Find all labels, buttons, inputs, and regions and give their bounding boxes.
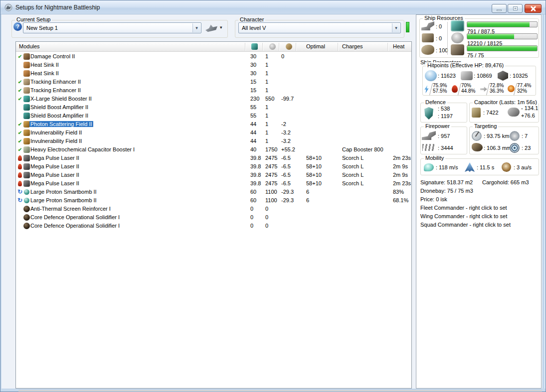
cpu-value: 39.8 [250, 163, 261, 169]
hitpoints-label: Hitpoints (Effective HP: 89,476) [426, 62, 505, 68]
no-status-icon [17, 214, 23, 221]
thermal-armor-resist: 44.8% [461, 88, 475, 94]
overheat-icon [18, 181, 22, 186]
check-icon [17, 53, 23, 60]
module-name: Anti-Thermal Screen Reinforcer I [30, 206, 111, 212]
em-resist: 75.9% 57.5% [423, 83, 451, 95]
module-row[interactable]: Shield Boost Amplifier II551 [16, 112, 411, 120]
structure-hp-icon [498, 71, 508, 81]
module-row[interactable]: Core Defence Operational Solidifier I00 [16, 222, 411, 230]
module-row[interactable]: Anti-Thermal Screen Reinforcer I00 [16, 205, 411, 213]
module-row[interactable]: Tracking Enhancer II151 [16, 78, 411, 86]
module-row[interactable]: Large Proton Smartbomb II601100-29.3668.… [16, 196, 411, 205]
chevron-down-icon [220, 25, 222, 30]
module-row[interactable]: Large Proton Smartbomb II601100-29.3683% [16, 188, 411, 196]
powergrid-value: 1100 [265, 197, 277, 203]
launcher-hardpoints-icon [422, 33, 434, 42]
chevron-down-icon[interactable] [392, 23, 400, 32]
capacitor-label: Capacitor (Lasts: 1m 56s) [473, 99, 539, 105]
em-shield-resist: 75.9% [433, 83, 447, 88]
module-row[interactable]: Photon Scattering Field II441-2 [16, 120, 411, 129]
module-row[interactable]: Mega Pulse Laser II39.82475-6.558+10Scor… [16, 171, 411, 179]
current-setup-select[interactable]: New Setup 1 [23, 22, 201, 33]
module-row[interactable]: Tracking Enhancer II151 [16, 86, 411, 95]
powergrid-value: 1 [265, 130, 268, 135]
turret-hardpoints-value: : 0 [436, 23, 442, 29]
no-status-icon [17, 113, 23, 119]
module-name: Mega Pulse Laser II [30, 180, 79, 186]
capacitor-amount-value: : 7422 [483, 110, 499, 116]
fleet-commander-line[interactable]: Fleet Commander - right click to set [420, 205, 539, 213]
check-icon [17, 96, 23, 102]
cpu-value: 15 [250, 87, 256, 93]
mobility-group: Mobility : 118 m/s : 11.5 s : 3 au/s [420, 158, 539, 175]
capacitor-recharge-value: +76.6 [521, 113, 535, 119]
cpu-value: 60 [250, 189, 256, 195]
app-icon [4, 3, 12, 11]
cpu-value: 230 [250, 96, 259, 102]
help-icon[interactable] [13, 22, 22, 31]
minimize-button[interactable] [492, 4, 507, 13]
warp-speed-icon [502, 162, 511, 172]
cpu-value: 0 [250, 223, 253, 229]
column-optimal: Optimal [306, 43, 325, 49]
module-name: Tracking Enhancer II [30, 87, 81, 93]
module-row[interactable]: Heavy Electrochemical Capacitor Booster … [16, 145, 411, 154]
targeting-range-value: : 93.75 km [484, 133, 509, 139]
charges-value: Cap Booster 800 [342, 146, 383, 152]
chevron-down-icon[interactable] [192, 23, 200, 32]
module-name: Invulnerability Field II [30, 138, 82, 144]
cap-use-value: -6.5 [281, 155, 291, 161]
targeting-label: Targeting [473, 123, 498, 129]
align-time-value: : 11.5 s [477, 164, 494, 170]
close-button[interactable] [525, 4, 542, 13]
smartbomb-icon [24, 198, 29, 203]
cpu-value: 0 [250, 214, 253, 220]
heat-value: 68.1% [393, 197, 408, 203]
window-frame-right [543, 14, 546, 392]
ship-browser-button[interactable] [204, 22, 226, 34]
module-row[interactable]: X-Large Shield Booster II230550-99.7 [16, 95, 411, 103]
cap-use-value: 0 [281, 53, 284, 59]
module-row[interactable]: Mega Pulse Laser II39.82475-6.558+10Scor… [16, 154, 411, 162]
module-row[interactable]: Shield Boost Amplifier II551 [16, 103, 411, 112]
cap-use-value: -3.2 [281, 138, 291, 144]
character-select[interactable]: All level V [238, 22, 401, 33]
module-name: Large Proton Smartbomb II [30, 189, 97, 195]
module-row[interactable]: Damage Control II3010 [16, 52, 411, 61]
cap-booster-icon [23, 146, 30, 153]
price-value: Price: 0 isk [420, 196, 539, 205]
drone-usage-value: 75 / 75 [467, 52, 484, 58]
targeting-range-icon [472, 131, 482, 141]
module-name: Photon Scattering Field II [29, 121, 93, 127]
module-rows: Damage Control II3010Heat Sink II301Heat… [16, 52, 411, 388]
module-row[interactable]: Heat Sink II301 [16, 69, 411, 78]
powergrid-value: 0 [265, 214, 268, 220]
current-setup-value: New Setup 1 [26, 25, 58, 31]
powergrid-value: 2475 [265, 155, 277, 161]
em-damage-icon [423, 85, 430, 93]
shield-hp-icon [425, 70, 437, 81]
current-setup-group: Current Setup New Setup 1 [11, 20, 228, 38]
module-row[interactable]: Core Defence Operational Solidifier I00 [16, 213, 411, 222]
titlebar[interactable]: Setups for Nightmare Battleship [0, 0, 546, 14]
module-row[interactable]: Mega Pulse Laser II39.82475-6.558+10Scor… [16, 162, 411, 171]
signature-line: Signature: 518.37 m2 Cargohold: 665 m3 [420, 179, 539, 188]
module-row[interactable]: Heat Sink II301 [16, 61, 411, 69]
rig-icon [23, 223, 30, 229]
wing-commander-line[interactable]: Wing Commander - right click to set [420, 213, 539, 222]
mobility-label: Mobility [424, 155, 445, 161]
squad-commander-line[interactable]: Squad Commander - right click to set [420, 222, 539, 230]
capacitor-group: Capacitor (Lasts: 1m 56s) : 7422 - 134.1… [469, 103, 539, 123]
charges-value: Scorch L [342, 172, 364, 178]
tracking-enhancer-icon [23, 79, 30, 85]
check-icon [17, 146, 23, 153]
module-row[interactable]: Invulnerability Field II441-3.2 [16, 137, 411, 145]
cpu-value: 30 [250, 53, 256, 59]
maximize-button[interactable] [508, 4, 523, 13]
no-status-icon [17, 70, 23, 77]
shield-amplifier-icon [23, 113, 30, 119]
turret-hardpoints-icon [421, 21, 434, 30]
module-row[interactable]: Mega Pulse Laser II39.82475-6.558+10Scor… [16, 179, 411, 188]
module-row[interactable]: Invulnerability Field II441-3.2 [16, 129, 411, 137]
